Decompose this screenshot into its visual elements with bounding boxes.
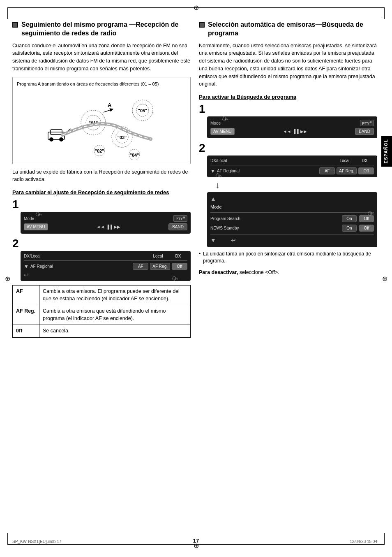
diagram-box: Programa A transmitiendo en áreas de fre… [12, 77, 191, 164]
page-border-right-bottom [384, 533, 385, 545]
news-standby-on-btn[interactable]: On [342, 225, 357, 232]
reg-mark-left: ⊕ [3, 274, 12, 283]
pty-badge: PTY⊕ [173, 215, 187, 222]
mode-back-btn[interactable]: ↩ [231, 237, 236, 244]
up-arrow-icon: ▲ [210, 195, 216, 202]
mode-divider1 [210, 212, 374, 213]
svg-text:"05": "05" [138, 108, 148, 113]
dx-local-label: DX/Local [24, 254, 147, 258]
news-standby-row: NEWS Standby On Off [210, 223, 374, 233]
footer-left: SP_KW-NSX1[EU].indb 17 [12, 539, 61, 544]
right-dx-screen: DX/Local Local DX ▼ AF Regional AF AF Re… [207, 155, 377, 177]
dx-row-header: DX/Local Local DX [24, 253, 187, 259]
right-af-reg-btn[interactable]: AF Reg. [337, 167, 357, 174]
deactivate-note: Para desactivar, seleccione <Off>. [199, 269, 377, 276]
reg-mark-right: ⊕ [380, 274, 389, 283]
left-heading-title: Seguimiento del mismo programa —Recepció… [21, 21, 191, 38]
footer: SP_KW-NSX1[EU].indb 17 12/04/23 15:04 [12, 539, 377, 544]
pause-icon: ▐▐ [106, 225, 112, 229]
main-container: Seguimiento del mismo programa —Recepció… [12, 21, 377, 536]
arrow-between-screens: ↓ [199, 180, 377, 190]
heading-box-right [199, 22, 205, 28]
right-body-text: Normalmente, cuando usted selecciona emi… [199, 42, 377, 88]
table-row-afreg: AF Reg. Cambia a otra emisora que está d… [13, 305, 191, 325]
screen1-bottom-row: AV MENU ◄◄ ▐▐ ▶▶ BAND [24, 223, 187, 231]
right-band-btn[interactable]: BAND [355, 128, 374, 135]
table-row-off: 0ff Se cancela. [13, 325, 191, 338]
table-row-af: AF Cambia a otra emisora. El programa pu… [13, 285, 191, 305]
svg-point-2 [49, 137, 53, 142]
right-column: Selección automática de emisoras—Búsqued… [199, 21, 377, 536]
table-value-afreg: Cambia a otra emisora que está difundien… [39, 305, 191, 325]
info-table: AF Cambia a otra emisora. El programa pu… [12, 285, 191, 338]
deactivate-text: seleccione <Off>. [238, 269, 279, 275]
mode-label: Mode [24, 216, 34, 221]
off-btn-left[interactable]: Off [172, 263, 187, 270]
band-btn[interactable]: BAND [168, 223, 187, 230]
back-icon[interactable]: ↩ [24, 271, 187, 279]
right-af-regional-label: AF Regional [217, 169, 318, 173]
af-reg-btn[interactable]: AF Reg. [150, 263, 170, 270]
right-step1-number: 1 [199, 103, 377, 115]
right-dx-col: DX [355, 158, 374, 163]
table-value-off: Se cancela. [39, 325, 191, 338]
down-arrow-icon: ▼ [24, 264, 29, 269]
dx-divider [24, 260, 187, 261]
mode-down-arrow-icon: ▼ [210, 237, 216, 244]
right-mode-label: Mode [210, 121, 221, 125]
right-heading-title: Selección automática de emisoras—Búsqued… [208, 21, 377, 38]
right-af-btn[interactable]: AF [319, 167, 335, 174]
table-key-af: AF [13, 285, 39, 305]
espanol-tab: ESPAÑOL [381, 136, 392, 167]
mode-title-row: Mode [210, 204, 374, 211]
svg-text:"04": "04" [130, 153, 139, 158]
left-sub-heading: Para cambiar el ajuste de Recepción de s… [12, 189, 191, 195]
play-icon: ▶▶ [114, 225, 120, 229]
svg-text:"02": "02" [95, 149, 104, 153]
right-down-arrow: ▼ [210, 168, 215, 174]
heading-box-left [12, 22, 18, 28]
right-dx-row-header: DX/Local Local DX [210, 158, 374, 164]
right-section-heading: Selección automática de emisoras—Búsqued… [199, 21, 377, 38]
left-body-text: Cuando conduce el automóvil en una zona … [12, 42, 191, 73]
table-key-afreg: AF Reg. [13, 305, 39, 325]
table-key-off: 0ff [13, 325, 39, 338]
mode-screen: ▲ Mode Program Search On Off NEWS Standb… [207, 192, 377, 247]
right-dx-af-row: ▼ AF Regional AF AF Reg. Off [210, 167, 374, 175]
footer-right: 12/04/23 15:04 [350, 539, 377, 544]
right-step2-number: 2 [199, 142, 377, 154]
dx-row-af: ▼ AF Regional AF AF Reg. Off [24, 262, 187, 271]
right-off-btn[interactable]: Off [358, 167, 374, 174]
diagram-caption: Programa A transmitiendo en áreas de fre… [17, 81, 186, 86]
program-search-on-btn[interactable]: On [342, 215, 357, 222]
news-standby-off-btn[interactable]: Off [359, 225, 374, 232]
bullet-note: La unidad tarda un poco en sintonizar ot… [199, 251, 377, 265]
right-screen1-bottom: AV MENU ◄◄ ▐▐ ▶▶ BAND [210, 127, 374, 136]
av-menu-btn[interactable]: AV MENU [24, 223, 48, 230]
page-border-right-top [384, 7, 385, 19]
left-dx-screen: DX/Local Local DX ▼ AF Regional AF AF Re… [21, 251, 191, 281]
right-av-menu-btn[interactable]: AV MENU [210, 128, 235, 135]
right-sub-heading: Para activar la Búsqueda de programa [199, 94, 377, 100]
dx-col-header: DX [169, 254, 187, 258]
left-column: Seguimiento del mismo programa —Recepció… [12, 21, 191, 536]
right-screen-icons: ◄◄ ▐▐ ▶▶ [283, 129, 307, 134]
right-screen1: Mode PTY⊕ AV MENU ◄◄ ▐▐ ▶▶ BAND ☞ [207, 116, 377, 138]
news-standby-label: NEWS Standby [210, 226, 339, 230]
right-dx-local-label: DX/Local [210, 158, 334, 163]
svg-point-3 [59, 137, 63, 142]
mode-screen-title: Mode [210, 204, 222, 209]
right-local-col: Local [335, 158, 354, 163]
mode-divider2 [210, 234, 374, 234]
page-border-left-top [7, 7, 8, 19]
mode-up-row: ▲ [210, 195, 374, 204]
page-border-left-bottom [7, 533, 8, 545]
left-step1-number: 1 [12, 199, 191, 210]
af-btn[interactable]: AF [133, 263, 148, 270]
svg-text:A: A [108, 102, 112, 108]
left-step2-number: 2 [12, 238, 191, 249]
screen-icons: ◄◄ ▐▐ ▶▶ [97, 225, 120, 229]
left-section-heading: Seguimiento del mismo programa —Recepció… [12, 21, 191, 38]
af-regional-label: AF Regional [30, 264, 131, 269]
mode-bottom-row: ▼ ↩ [210, 236, 374, 245]
